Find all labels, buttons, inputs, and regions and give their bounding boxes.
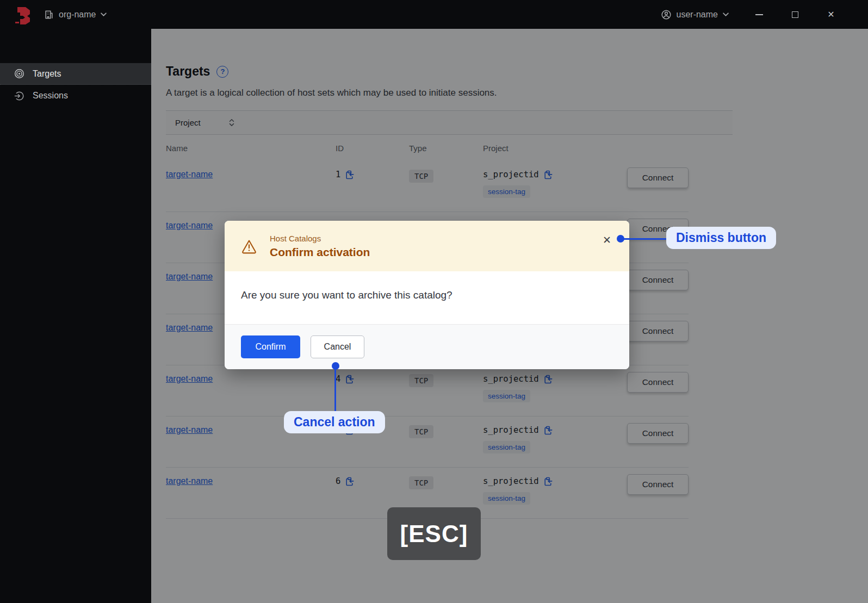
user-menu[interactable]: user-name [661, 9, 729, 20]
dialog-header: Host Catalogs Confirm activation [225, 221, 629, 271]
chevron-down-icon [101, 13, 107, 16]
titlebar: org-name user-name [0, 0, 868, 29]
user-icon [661, 9, 672, 20]
sidebar-item-label: Sessions [33, 91, 68, 101]
esc-key-badge: [ESC] [387, 507, 481, 560]
cancel-annotation-label: Cancel action [284, 411, 385, 433]
org-switcher[interactable]: org-name [44, 10, 107, 20]
sidebar: Targets Sessions [0, 29, 151, 603]
content-pane: Targets ? A target is a logical collecti… [151, 29, 868, 603]
dialog-title: Confirm activation [270, 246, 370, 259]
cancel-annotation-line [334, 366, 336, 412]
target-bullseye-icon [14, 69, 24, 79]
user-name-label: user-name [677, 10, 718, 20]
dismiss-annotation-line [621, 238, 666, 240]
sidebar-item-label: Targets [33, 69, 61, 79]
sidebar-item-targets[interactable]: Targets [0, 63, 151, 85]
confirm-button[interactable]: Confirm [241, 335, 300, 358]
dialog-kicker: Host Catalogs [270, 234, 370, 243]
dialog-close-icon[interactable] [600, 233, 614, 247]
cancel-button[interactable]: Cancel [311, 335, 364, 358]
dialog-footer: Confirm Cancel [225, 324, 629, 369]
window-close-button[interactable] [826, 9, 836, 20]
confirm-dialog: Host Catalogs Confirm activation Are you… [225, 221, 629, 369]
minimize-icon [755, 14, 763, 15]
sidebar-item-sessions[interactable]: Sessions [0, 85, 151, 107]
sign-in-icon [14, 91, 24, 101]
building-icon [44, 10, 54, 20]
warning-triangle-icon [241, 238, 257, 254]
dialog-body-text: Are you sure you want to archive this ca… [225, 271, 629, 324]
maximize-icon [792, 11, 798, 18]
dismiss-annotation-label: Dismiss button [666, 227, 776, 249]
boundary-logo-icon [14, 5, 32, 24]
chevron-down-icon [723, 13, 729, 16]
org-name-label: org-name [59, 10, 96, 20]
window-minimize-button[interactable] [754, 9, 765, 20]
window-maximize-button[interactable] [790, 9, 801, 20]
